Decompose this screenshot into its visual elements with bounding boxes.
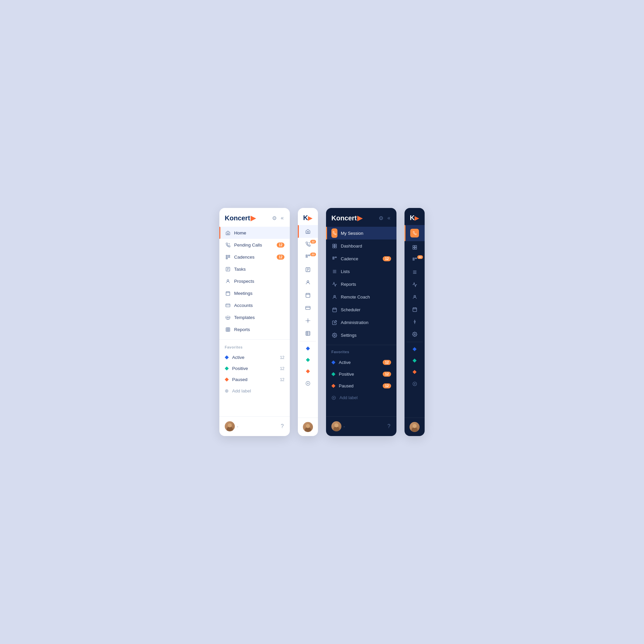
svg-point-71 (334, 334, 335, 336)
add-label-item[interactable]: ⊕ Add label (219, 385, 290, 396)
svg-rect-30 (306, 255, 308, 256)
collapsed-fav-positive[interactable] (298, 354, 318, 366)
nav-divider (219, 339, 290, 340)
dark-username-dash: - (343, 424, 387, 429)
dark-nav-my-session[interactable]: My Session (326, 227, 396, 239)
nav-item-cadences[interactable]: Cadences 12 (219, 251, 290, 263)
collapsed-nav-accounts[interactable] (298, 302, 318, 314)
nav-item-home[interactable]: Home (219, 227, 290, 239)
dark-logo-text: Koncert (331, 214, 357, 222)
fav-paused[interactable]: Paused 12 (219, 374, 290, 385)
collapsed-nav-pending[interactable]: 22 (298, 238, 318, 251)
dark-collapsed-nav-lists[interactable] (405, 266, 425, 278)
svg-rect-60 (332, 257, 334, 258)
dark-active-arrow-icon (331, 361, 335, 365)
dark-fav-paused[interactable]: Paused 12 (326, 380, 396, 392)
dark-nav-label-administration: Administration (341, 320, 391, 325)
nav-item-reports[interactable]: Reports (219, 323, 290, 335)
svg-rect-67 (332, 308, 336, 312)
nav-item-prospects[interactable]: Prospects (219, 275, 290, 287)
fav-label-positive: Positive (232, 366, 277, 371)
paused-arrow-icon (225, 378, 229, 382)
remote-coach-icon (331, 294, 337, 300)
collapsed-nav-meetings[interactable] (298, 289, 318, 302)
dark-collapsed-session-icon (410, 229, 419, 237)
nav-item-templates[interactable]: Templates (219, 311, 290, 323)
fav-positive[interactable]: Positive 12 (219, 363, 290, 374)
dark-nav-scheduler[interactable]: Scheduler (326, 303, 396, 316)
nav-item-meetings[interactable]: Meetings (219, 287, 290, 299)
dark-collapsed-nav-cadence[interactable]: 22 (405, 254, 425, 266)
dark-collapse-icon-btn[interactable]: « (387, 214, 391, 222)
collapsed-nav-prospects[interactable] (298, 276, 318, 289)
dark-nav-label-cadence: Cadence (341, 256, 379, 261)
my-session-icon (331, 230, 337, 236)
fav-active[interactable]: Active 12 (219, 352, 290, 363)
svg-rect-56 (332, 244, 334, 246)
dark-fav-label-positive: Positive (339, 372, 379, 377)
dark-nav-cadence[interactable]: Cadence 12 (326, 252, 396, 265)
dark-collapsed-fav-paused[interactable] (405, 366, 425, 378)
settings-icon-btn[interactable]: ⚙ (271, 214, 277, 222)
collapsed-fav-paused[interactable] (298, 366, 318, 377)
dark-help-icon-btn[interactable]: ? (387, 423, 391, 430)
header-actions: ⚙ « (271, 214, 284, 222)
svg-point-18 (227, 317, 228, 318)
dark-paused-arrow-icon (331, 384, 335, 388)
collapsed-footer (298, 418, 318, 436)
dark-settings-icon-btn[interactable]: ⚙ (378, 214, 384, 222)
dark-nav-reports[interactable]: Reports (326, 278, 396, 290)
dark-collapsed-nav-reports[interactable] (405, 278, 425, 291)
dark-fav-count-positive: 12 (383, 372, 391, 377)
dark-nav-label-lists: Lists (341, 269, 391, 274)
nav-label-accounts: Accounts (234, 303, 284, 308)
svg-rect-61 (332, 258, 334, 259)
dark-collapsed-nav-session[interactable] (405, 225, 425, 241)
collapsed-nav-templates[interactable] (298, 314, 318, 327)
dark-fav-positive[interactable]: Positive 12 (326, 368, 396, 380)
dark-nav-remote-coach[interactable]: Remote Coach (326, 290, 396, 303)
user-avatar[interactable] (225, 421, 235, 431)
dark-nav-administration[interactable]: Administration (326, 316, 396, 329)
dark-settings-icon (331, 332, 337, 338)
collapsed-nav-tasks[interactable] (298, 263, 318, 276)
nav-label-reports: Reports (234, 327, 284, 332)
dark-collapsed-nav-remote-coach[interactable] (405, 291, 425, 303)
nav-item-accounts[interactable]: Accounts (219, 299, 290, 311)
nav-item-tasks[interactable]: Tasks (219, 263, 290, 275)
dark-collapsed-nav-settings[interactable] (405, 328, 425, 340)
collapsed-avatar[interactable] (303, 422, 313, 432)
dark-nav-settings[interactable]: Settings (326, 329, 396, 341)
dark-add-label-item[interactable]: Add label (326, 392, 396, 404)
nav-label-templates: Templates (234, 315, 284, 320)
dark-collapsed-nav-scheduler[interactable] (405, 303, 425, 316)
pending-calls-badge: 12 (277, 243, 284, 248)
collapse-icon-btn[interactable]: « (280, 214, 284, 222)
dark-collapsed-avatar[interactable] (410, 422, 420, 432)
dark-collapsed-fav-active[interactable] (405, 343, 425, 355)
dark-collapsed-nav-dashboard[interactable] (405, 241, 425, 254)
svg-rect-4 (226, 258, 227, 259)
nav-item-pending-calls[interactable]: Pending Calls 12 (219, 239, 290, 251)
collapsed-add-label[interactable] (298, 377, 318, 390)
collapsed-nav-cadences[interactable]: 22 (298, 251, 318, 263)
dark-add-label-text: Add label (339, 395, 391, 400)
svg-rect-12 (226, 291, 229, 295)
dark-collapsed-nav-admin[interactable] (405, 316, 425, 328)
collapsed-nav-home[interactable] (298, 225, 318, 238)
dark-nav-dashboard[interactable]: Dashboard (326, 239, 396, 252)
dark-nav-lists[interactable]: Lists (326, 265, 396, 278)
collapsed-nav-reports[interactable] (298, 327, 318, 340)
collapsed-fav-active[interactable] (298, 343, 318, 354)
tasks-icon (225, 266, 231, 272)
dark-user-avatar[interactable] (331, 421, 341, 431)
help-icon-btn[interactable]: ? (280, 423, 284, 430)
dark-collapsed-add-label[interactable] (405, 378, 425, 390)
dark-collapsed-logo-arrow-icon: ▶ (415, 214, 419, 222)
collapsed-header: K▶ (298, 208, 318, 225)
dark-fav-active[interactable]: Active 12 (326, 357, 396, 368)
svg-rect-42 (306, 306, 310, 309)
dark-fav-count-paused: 12 (383, 383, 391, 388)
dark-collapsed-fav-positive[interactable] (405, 355, 425, 366)
svg-rect-5 (228, 255, 229, 256)
